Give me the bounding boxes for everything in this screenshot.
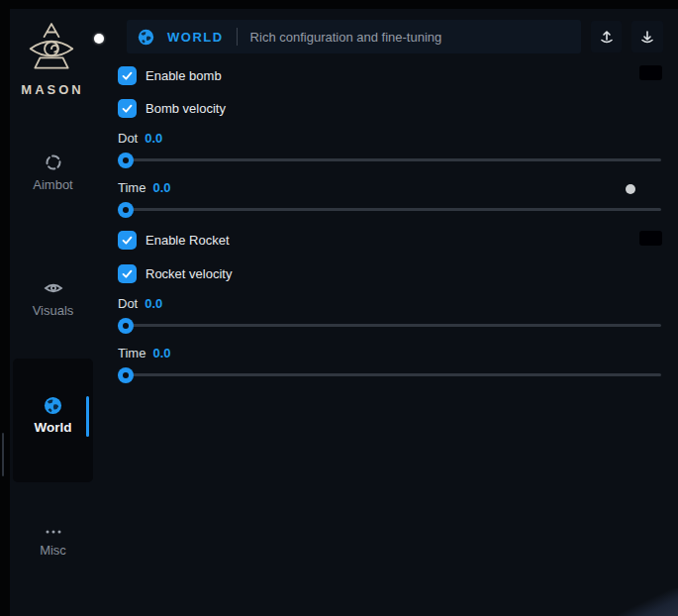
checkbox-row: Bomb velocity	[118, 98, 226, 118]
dot-slider-thumb[interactable]	[118, 153, 134, 168]
bomb-velocity-checkbox[interactable]	[118, 99, 137, 118]
slider-label-row: Dot 0.0	[118, 296, 162, 312]
checkbox-label: Rocket velocity	[145, 266, 232, 281]
mason-logo-icon	[27, 22, 76, 79]
globe-icon	[44, 396, 62, 415]
time-slider-track[interactable]	[118, 208, 661, 211]
app-window: MASON Aimbot Visuals World	[0, 0, 678, 616]
checkbox-label: Bomb velocity	[145, 101, 226, 116]
enable-rocket-checkbox[interactable]	[118, 231, 137, 250]
page-subtitle: Rich configuration and fine-tuning	[250, 30, 442, 45]
sidebar-item-aimbot[interactable]: Aimbot	[13, 154, 93, 192]
slider-label: Dot	[118, 296, 138, 311]
checkbox-row: Rocket velocity	[118, 263, 232, 283]
upload-icon	[599, 29, 615, 45]
page-title: WORLD	[167, 30, 224, 45]
check-icon	[120, 266, 135, 281]
slider-value: 0.0	[145, 131, 162, 146]
slider-label-row: Time 0.0	[118, 180, 170, 196]
import-config-button[interactable]	[631, 21, 663, 52]
sidebar-item-label: World	[35, 420, 72, 435]
ellipsis-icon	[44, 527, 63, 537]
slider-label: Time	[118, 346, 145, 360]
sidebar-item-world[interactable]: World	[13, 359, 93, 482]
sidebar-item-misc[interactable]: Misc	[13, 527, 93, 558]
slider-label: Time	[118, 180, 145, 195]
window-top-edge	[0, 0, 678, 9]
slider-value: 0.0	[152, 180, 170, 195]
check-icon	[120, 101, 135, 116]
download-icon	[639, 29, 655, 45]
dot-slider-track[interactable]	[118, 324, 661, 327]
globe-icon	[138, 29, 154, 46]
checkbox-label: Enable Rocket	[145, 233, 230, 248]
export-config-button[interactable]	[591, 21, 622, 52]
rocket-color-swatch[interactable]	[639, 231, 662, 246]
window-left-edge	[0, 9, 10, 616]
check-icon	[120, 68, 135, 83]
slider-label: Dot	[118, 131, 138, 146]
rocket-velocity-checkbox[interactable]	[118, 264, 137, 283]
time-slider-thumb[interactable]	[118, 202, 134, 218]
slider-label-row: Dot 0.0	[118, 131, 162, 147]
eye-icon	[44, 279, 63, 297]
sidebar-item-label: Visuals	[33, 303, 74, 318]
checkbox-row: Enable Rocket	[118, 230, 230, 250]
sidebar-item-label: Aimbot	[33, 177, 72, 192]
checkbox-row: Enable bomb	[118, 65, 222, 85]
time-slider-track[interactable]	[118, 373, 661, 376]
crosshair-icon	[45, 154, 62, 171]
dot-slider-track[interactable]	[118, 158, 661, 161]
slider-value: 0.0	[145, 296, 162, 311]
checkbox-label: Enable bomb	[145, 68, 222, 83]
page-header: WORLD Rich configuration and fine-tuning	[127, 20, 581, 53]
particle-dot	[626, 184, 635, 194]
corner-highlight	[619, 588, 678, 616]
bomb-color-swatch[interactable]	[639, 65, 662, 80]
time-slider-thumb[interactable]	[118, 367, 134, 383]
check-icon	[120, 233, 135, 248]
left-edge-notch	[2, 433, 4, 476]
enable-bomb-checkbox[interactable]	[118, 66, 137, 85]
sidebar-item-visuals[interactable]: Visuals	[13, 279, 93, 318]
header-divider	[237, 28, 238, 46]
brand-name: MASON	[13, 82, 92, 97]
active-tab-indicator	[86, 396, 89, 437]
dot-slider-thumb[interactable]	[118, 318, 134, 334]
sidebar-item-label: Misc	[40, 543, 66, 558]
cursor-dot	[94, 34, 104, 44]
slider-value: 0.0	[152, 346, 170, 360]
slider-label-row: Time 0.0	[118, 346, 170, 361]
